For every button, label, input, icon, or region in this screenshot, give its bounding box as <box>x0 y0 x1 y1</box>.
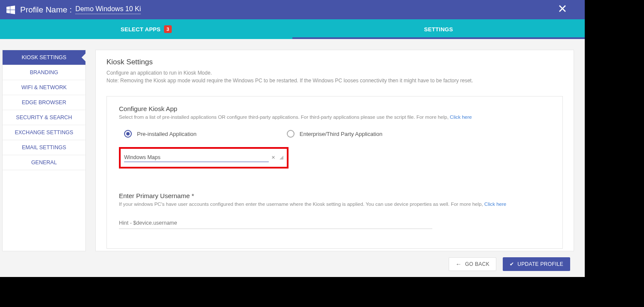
username-help-link[interactable]: Click here <box>484 202 506 207</box>
header: Profile Name : Demo Windows 10 Ki <box>0 0 585 19</box>
check-icon: ✔ <box>510 261 514 267</box>
app-select[interactable]: ✕ <box>124 153 283 162</box>
button-label: UPDATE PROFILE <box>517 261 563 267</box>
badge-count: 3 <box>164 25 172 33</box>
username-desc-text: If your windows PC's have user accounts … <box>119 202 484 207</box>
page-desc-2: Note: Removing the Kiosk app mode would … <box>106 77 563 84</box>
config-help-link[interactable]: Click here <box>450 114 472 120</box>
app-select-input[interactable] <box>124 153 269 162</box>
go-back-button[interactable]: ← GO BACK <box>449 257 496 271</box>
sidebar-item-label: GENERAL <box>31 160 57 166</box>
profile-label: Profile Name : <box>20 5 72 15</box>
username-input[interactable] <box>119 217 432 229</box>
close-button[interactable] <box>557 3 568 15</box>
username-desc: If your windows PC's have user accounts … <box>119 202 550 207</box>
update-profile-button[interactable]: ✔ UPDATE PROFILE <box>503 257 570 271</box>
page-desc-1: Configure an application to run in Kiosk… <box>106 69 563 77</box>
tab-bar: SELECT APPS 3 SETTINGS <box>0 19 585 39</box>
radio-enterprise[interactable]: Enterprise/Third Party Application <box>287 130 383 138</box>
windows-icon <box>6 6 15 14</box>
sidebar-item-exchange-settings[interactable]: EXCHANGE SETTINGS <box>3 125 85 140</box>
sidebar-item-label: WIFI & NETWORK <box>21 84 67 90</box>
app-select-highlight: ✕ <box>119 147 289 169</box>
sidebar-item-kiosk-settings[interactable]: KIOSK SETTINGS <box>3 50 85 65</box>
profile-name-input[interactable]: Demo Windows 10 Ki <box>75 5 141 14</box>
config-title: Configure Kiosk App <box>119 105 550 112</box>
radio-pre-installed[interactable]: Pre-installed Application <box>124 130 197 138</box>
config-desc-text: Select from a list of pre-installed appl… <box>119 114 450 120</box>
sidebar-item-label: EMAIL SETTINGS <box>22 144 66 150</box>
sidebar-item-security-search[interactable]: SECURITY & SEARCH <box>3 110 85 125</box>
tab-label: SETTINGS <box>424 26 453 33</box>
sidebar-item-edge-browser[interactable]: EDGE BROWSER <box>3 95 85 110</box>
config-desc: Select from a list of pre-installed appl… <box>119 114 550 120</box>
radio-icon <box>287 130 295 138</box>
page-title: Kiosk Settings <box>106 58 563 66</box>
sidebar-item-general[interactable]: GENERAL <box>3 155 85 170</box>
tab-settings[interactable]: SETTINGS <box>292 19 585 39</box>
main-panel: Kiosk Settings Configure an application … <box>95 50 574 251</box>
sidebar-item-branding[interactable]: BRANDING <box>3 65 85 80</box>
sidebar-item-email-settings[interactable]: EMAIL SETTINGS <box>3 140 85 155</box>
tab-select-apps[interactable]: SELECT APPS 3 <box>0 19 292 39</box>
arrow-left-icon: ← <box>456 261 462 268</box>
username-section: Enter Primary Username * If your windows… <box>119 192 550 229</box>
dropdown-caret-icon[interactable] <box>279 156 283 160</box>
sidebar-item-label: BRANDING <box>30 69 58 75</box>
radio-label: Pre-installed Application <box>137 131 197 137</box>
sidebar-item-label: EDGE BROWSER <box>22 99 67 105</box>
sidebar: KIOSK SETTINGS BRANDING WIFI & NETWORK E… <box>2 50 86 251</box>
sidebar-item-wifi-network[interactable]: WIFI & NETWORK <box>3 80 85 95</box>
tab-label: SELECT APPS <box>121 26 161 33</box>
button-label: GO BACK <box>465 261 489 267</box>
content-area: KIOSK SETTINGS BRANDING WIFI & NETWORK E… <box>0 39 585 251</box>
radio-icon <box>124 130 132 138</box>
sidebar-item-label: SECURITY & SEARCH <box>16 114 72 120</box>
footer: ← GO BACK ✔ UPDATE PROFILE <box>0 251 585 277</box>
username-title: Enter Primary Username * <box>119 192 550 199</box>
radio-label: Enterprise/Third Party Application <box>300 131 383 137</box>
clear-icon[interactable]: ✕ <box>271 155 275 160</box>
radio-group: Pre-installed Application Enterprise/Thi… <box>119 130 550 138</box>
config-box: Configure Kiosk App Select from a list o… <box>106 96 563 249</box>
sidebar-item-label: EXCHANGE SETTINGS <box>15 129 73 135</box>
sidebar-item-label: KIOSK SETTINGS <box>21 54 66 60</box>
